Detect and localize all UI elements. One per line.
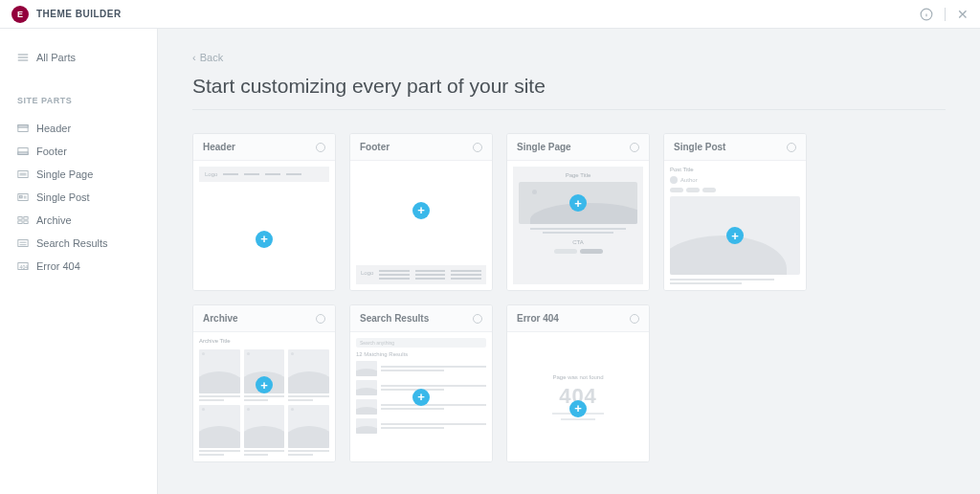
svg-rect-19 [18, 221, 22, 224]
hamburger-icon [17, 53, 29, 62]
card-error-404-add[interactable]: Page was not found 404 + [507, 332, 649, 461]
info-icon[interactable] [316, 314, 325, 324]
parts-grid: Header Logo + Footer + [192, 133, 946, 462]
sidebar-item-archive[interactable]: Archive [0, 209, 157, 232]
archive-icon [17, 215, 29, 225]
info-icon[interactable] [473, 143, 482, 152]
sidebar-section-head: SITE PARTS [0, 69, 157, 117]
plus-icon: + [569, 400, 587, 417]
back-link[interactable]: ‹ Back [192, 52, 223, 63]
svg-rect-9 [18, 152, 28, 155]
card-footer: Footer + Logo [349, 133, 493, 291]
sidebar-item-header[interactable]: Header [0, 117, 157, 140]
info-icon[interactable] [787, 143, 796, 152]
card-archive-add[interactable]: Archive Title + [193, 332, 335, 461]
svg-rect-18 [24, 217, 28, 220]
post-icon [17, 192, 29, 202]
plus-icon: + [412, 389, 430, 406]
info-icon[interactable] [630, 314, 639, 324]
svg-rect-20 [24, 221, 28, 224]
divider [945, 8, 946, 21]
svg-rect-10 [18, 171, 28, 178]
sidebar-item-single-page[interactable]: Single Page [0, 163, 157, 186]
card-error-404: Error 404 Page was not found 404 + [506, 304, 650, 462]
sidebar-item-error-404[interactable]: 404 Error 404 [0, 255, 157, 278]
page-icon [17, 169, 29, 179]
svg-text:404: 404 [20, 264, 29, 270]
card-search-results: Search Results Search anything 12 Matchi… [349, 304, 493, 462]
app-title: THEME BUILDER [36, 9, 122, 19]
sidebar-all-parts[interactable]: All Parts [0, 46, 157, 69]
info-icon[interactable] [473, 314, 482, 324]
search-results-icon [17, 238, 29, 248]
footer-icon [17, 146, 29, 156]
card-search-results-add[interactable]: Search anything 12 Matching Results + [350, 332, 492, 461]
info-icon[interactable] [920, 8, 933, 21]
sidebar: All Parts SITE PARTS Header Footer Singl… [0, 29, 158, 494]
sidebar-item-footer[interactable]: Footer [0, 140, 157, 163]
card-footer-add[interactable]: + Logo [350, 161, 492, 290]
card-single-post: Single Post Post Title Author + [663, 133, 807, 291]
top-bar: E THEME BUILDER ✕ [0, 0, 980, 29]
card-single-page-add[interactable]: Page Title + CTA [507, 161, 649, 290]
sidebar-item-single-post[interactable]: Single Post [0, 186, 157, 209]
card-header-add[interactable]: Logo + [193, 161, 335, 290]
plus-icon: + [256, 376, 273, 393]
error-icon: 404 [17, 261, 29, 271]
card-header: Header Logo + [192, 133, 336, 291]
svg-rect-17 [18, 217, 22, 220]
card-archive: Archive Archive Title + [192, 304, 336, 462]
page-heading: Start customizing every part of your sit… [192, 75, 946, 110]
svg-rect-21 [18, 240, 28, 247]
plus-icon: + [569, 194, 587, 212]
chevron-left-icon: ‹ [192, 52, 196, 63]
info-icon[interactable] [316, 143, 325, 152]
close-icon[interactable]: ✕ [957, 7, 969, 22]
plus-icon: + [256, 231, 273, 248]
card-single-page: Single Page Page Title + CTA [506, 133, 650, 291]
preview-logo: Logo [205, 171, 217, 177]
card-title: Header [203, 142, 235, 152]
info-icon[interactable] [630, 143, 639, 152]
sidebar-item-search-results[interactable]: Search Results [0, 232, 157, 255]
sidebar-all-parts-label: All Parts [36, 52, 76, 63]
main-content: ‹ Back Start customizing every part of y… [158, 29, 980, 494]
app-logo: E [11, 6, 29, 23]
svg-rect-7 [18, 125, 28, 128]
svg-rect-14 [20, 195, 23, 198]
header-icon [17, 124, 29, 133]
card-single-post-add[interactable]: Post Title Author + [664, 161, 806, 290]
plus-icon: + [412, 202, 430, 219]
plus-icon: + [726, 227, 744, 244]
